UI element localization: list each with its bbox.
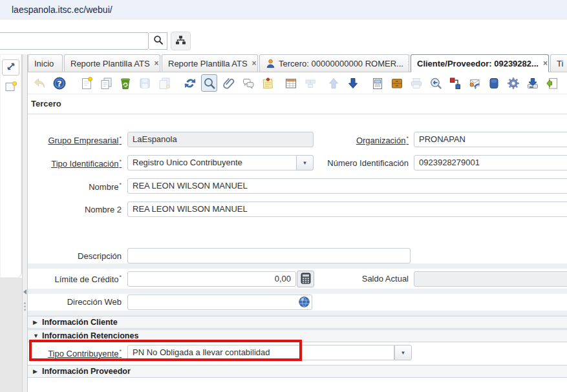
tipo-identificacion-label[interactable]: Tipo Identificación — [26, 158, 122, 169]
numero-identificacion-field[interactable]: 0923928279001 — [414, 155, 567, 170]
tab-reporte-plantilla-ats-2[interactable]: Reporte Plantilla ATS× — [162, 54, 258, 72]
chevron-down-icon: ▼ — [401, 350, 406, 356]
attachment-button[interactable] — [220, 74, 237, 92]
export-data-button[interactable] — [524, 74, 540, 92]
archive-button[interactable] — [389, 74, 405, 92]
tab-inicio[interactable]: Inicio — [28, 54, 63, 72]
new-window-icon — [5, 85, 17, 94]
tab-cliente-proveedor[interactable]: Cliente/Proveedor: 09239282...× — [411, 54, 549, 72]
row-separator — [28, 263, 567, 269]
zoom-across-button[interactable] — [427, 74, 444, 92]
print-icon — [408, 74, 424, 92]
save-icon — [136, 74, 153, 92]
nombre-2-field[interactable]: REA LEON WILSON MANUEL — [127, 201, 567, 217]
tab-truncated[interactable]: Ti — [550, 54, 567, 72]
tipo-contribuyente-field[interactable]: PN No Obligada a llevar contabilidad — [127, 345, 394, 360]
chevron-down-icon: ▼ — [303, 160, 308, 166]
west-panel-lower — [0, 278, 22, 392]
row-separator — [28, 311, 567, 316]
descripcion-field[interactable] — [127, 248, 411, 263]
section-informacion-proveedor[interactable]: ▶ Información Proveedor — [28, 365, 567, 378]
limite-credito-label: Límite de Crédito — [26, 274, 122, 284]
close-tab-icon[interactable]: × — [408, 59, 409, 68]
report-button[interactable] — [369, 74, 385, 92]
new-record-button[interactable] — [78, 74, 94, 92]
refresh-button[interactable] — [182, 74, 198, 92]
new-window-button[interactable] — [5, 81, 17, 92]
globe-icon[interactable] — [298, 296, 310, 310]
numero-identificacion-label: Número Identificación — [312, 158, 409, 168]
tipo-contribuyente-dropdown-button[interactable]: ▼ — [394, 345, 412, 360]
expand-icon — [6, 61, 16, 74]
sitemap-button[interactable] — [171, 32, 191, 50]
undo-icon — [31, 74, 47, 92]
tipo-identificacion-dropdown-button[interactable]: ▼ — [296, 155, 314, 170]
toolbar: ? — [28, 72, 567, 94]
nombre-2-label: Nombre 2 — [26, 205, 122, 214]
preferences-button[interactable] — [505, 74, 521, 92]
svg-text:?: ? — [57, 78, 61, 88]
chat-button[interactable] — [240, 74, 256, 92]
tipo-contribuyente-label[interactable]: Tipo Contribuyente — [26, 348, 122, 358]
app-window: laespanola.itsc.ec/webui/ Inicio Reporte… — [0, 0, 567, 392]
file-import-button[interactable] — [544, 74, 560, 92]
delete-record-button[interactable] — [117, 74, 133, 92]
grupo-empresarial-label[interactable]: Grupo Empresarial — [26, 135, 122, 145]
collapse-panel-arrow[interactable] — [23, 289, 27, 294]
saldo-actual-label: Saldo Actual — [312, 274, 409, 284]
direccion-web-field[interactable] — [127, 294, 312, 310]
expand-panel-button[interactable] — [2, 59, 19, 76]
calculator-icon — [301, 273, 311, 286]
nombre-field[interactable]: REA LEON WILSON MANUEL — [127, 178, 567, 194]
collapsed-triangle-icon: ▶ — [33, 368, 42, 375]
close-tab-icon[interactable]: × — [155, 59, 159, 68]
more-toolbar-icon — [563, 74, 567, 92]
help-button[interactable]: ? — [51, 74, 67, 92]
search-input[interactable] — [0, 32, 149, 50]
collapsed-triangle-icon: ▶ — [33, 319, 42, 325]
requests-button[interactable] — [466, 74, 482, 92]
descripcion-label: Descripción — [26, 251, 122, 261]
section-informacion-cliente[interactable]: ▶ Información Cliente — [28, 316, 567, 329]
close-tab-icon[interactable]: × — [252, 59, 257, 68]
row-separator — [28, 289, 567, 294]
saldo-actual-field — [414, 271, 567, 287]
west-panel — [0, 54, 22, 278]
copy-record-button[interactable] — [98, 74, 114, 92]
tab-tercero[interactable]: Tercero: 00000000000 ROMER...× — [259, 54, 409, 72]
direccion-web-label: Dirección Web — [26, 297, 122, 307]
find-button[interactable] — [201, 74, 217, 92]
search-icon — [153, 35, 164, 47]
organizacion-field[interactable]: PRONAPAN — [414, 132, 567, 147]
note-button[interactable] — [259, 74, 275, 92]
sitemap-icon — [175, 35, 186, 47]
search-button[interactable] — [149, 32, 167, 50]
toggle-grid-button[interactable] — [283, 74, 299, 92]
save-create-new-icon — [156, 74, 172, 92]
workflow-button[interactable] — [447, 74, 463, 92]
business-partner-icon — [266, 59, 275, 68]
url-text[interactable]: laespanola.itsc.ec/webui/ — [12, 5, 112, 15]
title-divider — [28, 114, 567, 114]
browser-url-bar: laespanola.itsc.ec/webui/ — [0, 0, 567, 19]
organizacion-label[interactable]: Organización — [312, 135, 409, 145]
detail-record-button[interactable] — [345, 74, 361, 92]
grupo-empresarial-field: LaEspanola — [127, 132, 314, 147]
window-title: Tercero — [31, 99, 61, 108]
product-info-button[interactable] — [486, 74, 502, 92]
expanded-triangle-icon: ▼ — [33, 333, 42, 339]
tab-bar: Inicio Reporte Plantilla ATS× Reporte Pl… — [28, 54, 567, 72]
tab-reporte-plantilla-ats-1[interactable]: Reporte Plantilla ATS× — [64, 54, 160, 72]
close-tab-icon[interactable]: × — [543, 59, 548, 68]
section-informacion-retenciones[interactable]: ▼ Información Retenciones — [28, 329, 567, 342]
nombre-label: Nombre — [26, 181, 122, 192]
limite-credito-field[interactable]: 0,00 — [127, 271, 296, 287]
parent-record-icon — [325, 74, 341, 92]
panel-splitter[interactable] — [22, 54, 28, 392]
detail-grid-icon — [302, 74, 318, 92]
tipo-identificacion-field[interactable]: Registro Unico Contribuyente — [127, 155, 297, 170]
